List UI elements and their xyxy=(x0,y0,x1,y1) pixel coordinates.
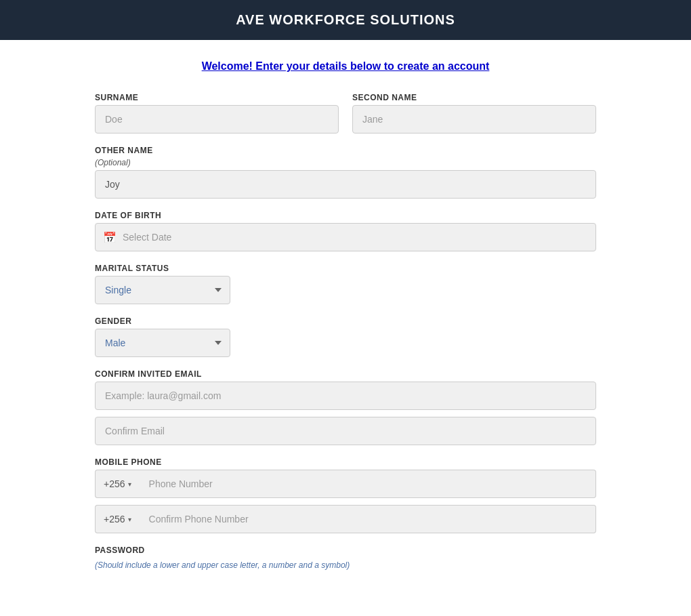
email-section: CONFIRM INVITED EMAIL xyxy=(95,369,596,445)
confirm-country-code-value: +256 xyxy=(104,514,125,525)
mobile-phone-label: MOBILE PHONE xyxy=(95,457,596,467)
confirm-chevron-down-icon: ▾ xyxy=(128,516,131,523)
password-label: PASSWORD xyxy=(95,546,596,555)
registration-form: SURNAME SECOND NAME OTHER NAME (Optional… xyxy=(95,93,596,570)
password-section: PASSWORD (Should include a lower and upp… xyxy=(95,546,596,570)
confirm-email-label: CONFIRM INVITED EMAIL xyxy=(95,369,596,379)
page-content: Welcome! Enter your details below to cre… xyxy=(81,40,610,616)
second-name-label: SECOND NAME xyxy=(352,93,596,102)
password-hint: (Should include a lower and upper case l… xyxy=(95,560,596,570)
other-name-group: OTHER NAME (Optional) xyxy=(95,146,596,199)
second-name-group: SECOND NAME xyxy=(352,93,596,134)
phone-country-code[interactable]: +256 ▾ xyxy=(95,470,140,498)
app-title: AVE WORKFORCE SOLUTIONS xyxy=(0,12,691,28)
dob-group: DATE OF BIRTH 📅 xyxy=(95,211,596,251)
second-name-input[interactable] xyxy=(352,105,596,134)
password-group: PASSWORD (Should include a lower and upp… xyxy=(95,546,596,570)
phone-number-input[interactable] xyxy=(140,470,596,498)
welcome-link[interactable]: Welcome! Enter your details below to cre… xyxy=(202,60,490,72)
surname-group: SURNAME xyxy=(95,93,339,134)
welcome-section: Welcome! Enter your details below to cre… xyxy=(95,60,596,73)
dob-input-wrapper: 📅 xyxy=(95,223,596,251)
phone-input-wrapper: +256 ▾ xyxy=(95,470,596,498)
surname-input[interactable] xyxy=(95,105,339,134)
confirm-phone-country-code[interactable]: +256 ▾ xyxy=(95,505,140,533)
gender-group: GENDER Male Female Other xyxy=(95,316,596,357)
gender-select[interactable]: Male Female Other xyxy=(95,329,230,357)
email-group: CONFIRM INVITED EMAIL xyxy=(95,369,596,445)
other-name-row: OTHER NAME (Optional) xyxy=(95,146,596,199)
name-row: SURNAME SECOND NAME xyxy=(95,93,596,134)
app-header: AVE WORKFORCE SOLUTIONS xyxy=(0,0,691,40)
confirm-phone-input[interactable] xyxy=(140,505,596,533)
confirm-phone-input-wrapper: +256 ▾ xyxy=(95,505,596,533)
marital-status-select[interactable]: Single Married Divorced Widowed xyxy=(95,276,230,304)
email-input[interactable] xyxy=(95,382,596,410)
phone-group: MOBILE PHONE +256 ▾ +256 ▾ xyxy=(95,457,596,533)
dob-row: DATE OF BIRTH 📅 xyxy=(95,211,596,251)
dob-input[interactable] xyxy=(95,223,596,251)
confirm-email-input[interactable] xyxy=(95,417,596,445)
other-name-input[interactable] xyxy=(95,170,596,199)
marital-status-row: MARITAL STATUS Single Married Divorced W… xyxy=(95,264,596,304)
optional-hint: (Optional) xyxy=(95,158,596,167)
dob-label: DATE OF BIRTH xyxy=(95,211,596,220)
gender-row: GENDER Male Female Other xyxy=(95,316,596,357)
country-code-value: +256 xyxy=(104,478,125,489)
phone-section: MOBILE PHONE +256 ▾ +256 ▾ xyxy=(95,457,596,533)
other-name-label: OTHER NAME xyxy=(95,146,596,155)
gender-label: GENDER xyxy=(95,316,596,326)
chevron-down-icon: ▾ xyxy=(128,480,131,488)
marital-status-group: MARITAL STATUS Single Married Divorced W… xyxy=(95,264,596,304)
marital-status-label: MARITAL STATUS xyxy=(95,264,596,273)
surname-label: SURNAME xyxy=(95,93,339,102)
